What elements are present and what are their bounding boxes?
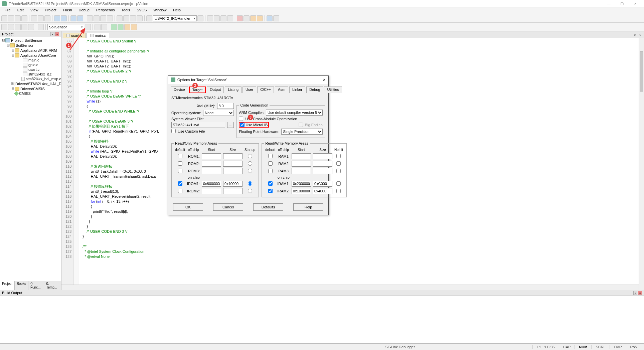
menu-peripherals[interactable]: Peripherals bbox=[93, 7, 118, 14]
tree-cmsis[interactable]: CMSIS bbox=[0, 91, 61, 96]
dialog-tab-user[interactable]: User bbox=[243, 86, 256, 93]
dialog-tab-utilities[interactable]: Utilities bbox=[324, 86, 342, 93]
menu-project[interactable]: Project bbox=[41, 7, 59, 14]
dialog-close-icon[interactable]: × bbox=[323, 77, 326, 82]
tree-file[interactable]: usart.c bbox=[0, 67, 61, 72]
find-combo[interactable]: USART2_IRQHandler bbox=[153, 15, 197, 21]
mem-size[interactable] bbox=[223, 181, 243, 187]
ok-button[interactable]: OK bbox=[173, 203, 203, 211]
mem-size[interactable] bbox=[223, 161, 243, 167]
redo-icon[interactable] bbox=[61, 15, 67, 21]
tree-project-root[interactable]: ⊟Project: SoilSensor bbox=[0, 38, 61, 43]
new-icon[interactable] bbox=[1, 15, 7, 21]
defaults-button[interactable]: Defaults bbox=[253, 203, 283, 211]
mem-size[interactable] bbox=[313, 168, 332, 174]
tree-file[interactable]: main.c bbox=[0, 58, 61, 62]
mem-start[interactable] bbox=[292, 188, 311, 194]
stop-build-icon[interactable] bbox=[28, 24, 34, 30]
mem-size[interactable] bbox=[313, 161, 332, 167]
mem-default[interactable] bbox=[178, 189, 182, 193]
mem-default[interactable] bbox=[268, 161, 273, 166]
mem-size[interactable] bbox=[313, 181, 332, 187]
find-icon[interactable] bbox=[146, 15, 152, 21]
tree-file[interactable]: stm32l4xx_hal_msp.c bbox=[0, 76, 61, 81]
dialog-tab-output[interactable]: Output bbox=[207, 86, 224, 93]
find-in-files-icon[interactable] bbox=[197, 15, 203, 21]
books-icon[interactable] bbox=[101, 24, 107, 30]
debug-icon[interactable] bbox=[214, 15, 220, 21]
menu-debug[interactable]: Debug bbox=[75, 7, 93, 14]
batch-build-icon[interactable] bbox=[21, 24, 27, 30]
tab-dropdown-icon[interactable]: ▾ bbox=[633, 33, 637, 38]
tree-group[interactable]: ⊞Drivers/CMSIS bbox=[0, 86, 61, 91]
bookmark-clear-icon[interactable] bbox=[107, 15, 113, 21]
dialog-tab-target[interactable]: Target bbox=[189, 86, 206, 93]
tree-group[interactable]: ⊞Application/MDK-ARM bbox=[0, 48, 61, 53]
reset-icon[interactable] bbox=[250, 15, 256, 21]
bookmark-next-icon[interactable] bbox=[100, 15, 106, 21]
mem-last[interactable] bbox=[248, 154, 252, 158]
bookmark-prev-icon[interactable] bbox=[94, 15, 100, 21]
uncomment-icon[interactable] bbox=[137, 15, 143, 21]
pane-tab[interactable]: 0. Temp... bbox=[44, 281, 61, 290]
svn-icon[interactable] bbox=[131, 24, 137, 30]
pane-pin-icon[interactable]: ▪ bbox=[633, 291, 637, 295]
mem-last[interactable] bbox=[248, 189, 252, 193]
mem-default[interactable] bbox=[178, 154, 182, 158]
translate-icon[interactable] bbox=[1, 24, 7, 30]
rte-icon[interactable] bbox=[118, 24, 124, 30]
nav-back-icon[interactable] bbox=[70, 15, 76, 21]
xtal-input[interactable] bbox=[217, 103, 234, 109]
code-text[interactable]: /* USER CODE END SysInit */ /* Initializ… bbox=[78, 38, 159, 285]
menu-svcs[interactable]: SVCS bbox=[133, 7, 150, 14]
tree-target[interactable]: ⊟SoilSensor bbox=[0, 43, 61, 48]
cancel-button[interactable]: Cancel bbox=[213, 203, 243, 211]
mem-start[interactable] bbox=[292, 168, 311, 174]
mem-default[interactable] bbox=[268, 189, 273, 193]
window-icon[interactable] bbox=[267, 15, 273, 21]
menu-help[interactable]: Help bbox=[170, 7, 184, 14]
mem-last[interactable] bbox=[248, 181, 252, 186]
mem-start[interactable] bbox=[202, 153, 221, 159]
custom-file-checkbox[interactable] bbox=[171, 129, 176, 133]
dialog-title-bar[interactable]: Options for Target 'SoilSensor' × bbox=[168, 76, 328, 84]
incremental-icon[interactable] bbox=[207, 15, 213, 21]
mem-last[interactable] bbox=[336, 181, 341, 186]
fold-column[interactable] bbox=[74, 38, 78, 285]
mem-last[interactable] bbox=[248, 161, 252, 166]
editor-vscroll[interactable] bbox=[639, 38, 644, 290]
mem-start[interactable] bbox=[202, 168, 221, 174]
insert-icon[interactable] bbox=[227, 15, 233, 21]
tree-group[interactable]: ⊟Application/User/Core bbox=[0, 53, 61, 58]
mem-start[interactable] bbox=[292, 181, 311, 187]
mem-size[interactable] bbox=[223, 168, 243, 174]
config-icon[interactable] bbox=[273, 15, 279, 21]
manage-icon[interactable] bbox=[95, 24, 101, 30]
pane-tab[interactable]: Project bbox=[0, 281, 15, 290]
dialog-tab-listing[interactable]: Listing bbox=[225, 86, 241, 93]
tab-close-icon[interactable]: × bbox=[638, 33, 643, 38]
git-icon[interactable] bbox=[124, 24, 130, 30]
menu-file[interactable]: File bbox=[1, 7, 14, 14]
mem-default[interactable] bbox=[178, 161, 182, 166]
mem-start[interactable] bbox=[292, 161, 311, 167]
mem-size[interactable] bbox=[223, 188, 243, 194]
menu-view[interactable]: View bbox=[27, 7, 42, 14]
copy-icon[interactable] bbox=[38, 15, 44, 21]
svf-browse-button[interactable]: … bbox=[227, 122, 234, 128]
mem-size[interactable] bbox=[313, 188, 332, 194]
maximize-button[interactable]: ▢ bbox=[615, 1, 629, 6]
mem-start[interactable] bbox=[202, 181, 221, 187]
mem-last[interactable] bbox=[248, 169, 252, 173]
os-select[interactable]: None bbox=[203, 110, 234, 116]
mem-start[interactable] bbox=[292, 153, 311, 159]
pane-tab[interactable]: {} Func... bbox=[28, 281, 44, 290]
cut-icon[interactable] bbox=[31, 15, 37, 21]
mem-start[interactable] bbox=[202, 161, 221, 167]
mem-last[interactable] bbox=[336, 161, 341, 166]
pack-icon[interactable] bbox=[111, 24, 117, 30]
help-button[interactable]: Help bbox=[293, 203, 323, 211]
editor-hscroll[interactable] bbox=[61, 285, 644, 290]
save-all-icon[interactable] bbox=[21, 15, 27, 21]
dialog-tab-debug[interactable]: Debug bbox=[306, 86, 323, 93]
